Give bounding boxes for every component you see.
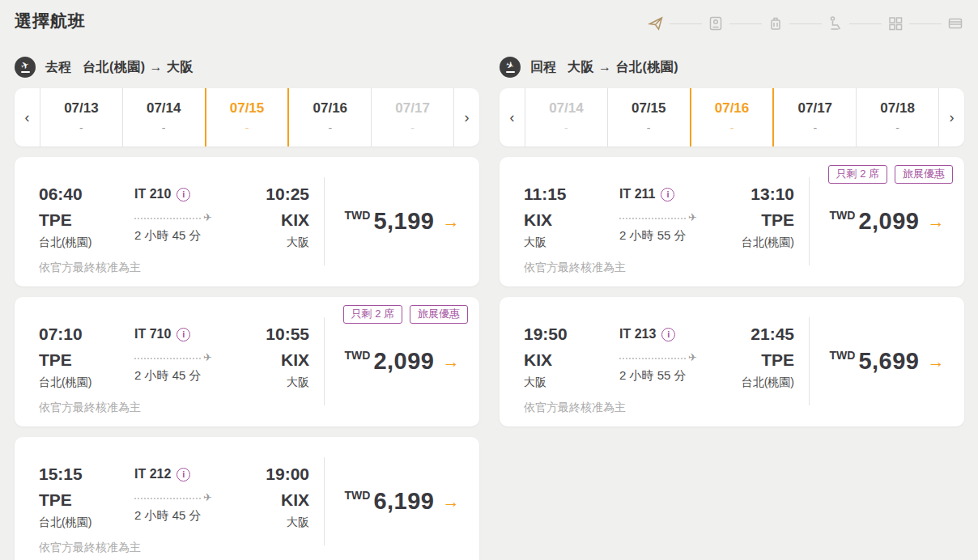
- departure-city: 台北(桃園): [39, 235, 134, 250]
- seats-left-badge: 只剩 2 席: [828, 165, 887, 184]
- price-area[interactable]: TWD 2,099 →: [324, 317, 479, 405]
- date-price: -: [564, 121, 568, 134]
- step-connector: [729, 23, 762, 24]
- flight-card-it710[interactable]: 只剩 2 席 旅展優惠 07:10 TPE 台北(桃園) IT 710 i: [15, 297, 479, 426]
- date-tab-0717[interactable]: 07/17 -: [774, 88, 856, 146]
- inbound-header: ✈ 回程 大阪 → 台北(桃園): [500, 56, 964, 78]
- arrival-time: 19:00: [254, 465, 309, 484]
- takeoff-icon: ✈: [15, 57, 36, 78]
- date-tab-0714[interactable]: 07/14 -: [122, 88, 205, 146]
- approval-note: 依官方最終核准為主: [39, 261, 141, 275]
- price-area[interactable]: TWD 6,199 →: [324, 457, 479, 545]
- step-passenger-info: [707, 15, 725, 32]
- date-price: -: [162, 121, 166, 134]
- prev-dates-button[interactable]: ‹: [15, 88, 40, 146]
- flight-card-it213[interactable]: 19:50 KIX 大阪 IT 213 i ✈ 2 小時 55 分: [500, 297, 964, 426]
- flight-info: 15:15 TPE 台北(桃園) IT 212 i ✈ 2 小時: [15, 437, 324, 560]
- info-icon[interactable]: i: [661, 188, 674, 202]
- arrival-city: 台北(桃園): [739, 235, 794, 250]
- flight-middle-block: IT 213 i ✈ 2 小時 55 分: [619, 325, 739, 426]
- arrival-airport-code: TPE: [739, 210, 794, 230]
- booking-progress-stepper: [647, 15, 964, 32]
- date-tab-0718[interactable]: 07/18 -: [856, 88, 939, 146]
- plane-icon: ✈: [203, 351, 212, 363]
- arrival-city: 大阪: [254, 235, 309, 250]
- arrival-airport-code: KIX: [254, 350, 309, 370]
- arrival-block: 19:00 KIX 大阪: [254, 465, 309, 560]
- date-label: 07/16: [715, 100, 750, 117]
- info-icon[interactable]: i: [176, 188, 190, 202]
- date-price: -: [730, 121, 734, 134]
- arrival-time: 10:25: [254, 185, 309, 204]
- date-label: 07/14: [147, 100, 181, 117]
- inbound-direction-label: 回程: [530, 59, 556, 76]
- flight-selection-page: 選擇航班: [0, 0, 978, 560]
- date-tab-0715-selected[interactable]: 07/15 -: [205, 88, 290, 146]
- inbound-route-text: 大阪 → 台北(桃園): [568, 59, 678, 76]
- outbound-column: ✈ 去程 台北(桃園) → 大阪 ‹ 07/13 - 07/14 - 07/15: [15, 45, 479, 560]
- approval-note: 依官方最終核准為主: [524, 401, 626, 415]
- arrival-block: 21:45 TPE 台北(桃園): [739, 325, 794, 426]
- select-arrow-icon[interactable]: →: [927, 212, 944, 231]
- inbound-column: ✈ 回程 大阪 → 台北(桃園) ‹ 07/14 - 07/15 - 07/16: [500, 45, 964, 560]
- price-area[interactable]: TWD 5,699 →: [809, 317, 964, 405]
- flight-duration: 2 小時 45 分: [134, 228, 254, 244]
- price-amount: 5,199: [373, 208, 434, 235]
- dotted-path: [619, 218, 686, 219]
- date-tab-0716[interactable]: 07/16 -: [289, 88, 371, 146]
- date-label: 07/18: [880, 100, 915, 117]
- date-tab-0713[interactable]: 07/13 -: [40, 88, 122, 146]
- date-label: 07/13: [64, 100, 99, 117]
- select-arrow-icon[interactable]: →: [442, 492, 459, 511]
- price-area[interactable]: TWD 5,199 →: [324, 177, 479, 265]
- luggage-icon: [768, 15, 784, 32]
- flight-card-it212[interactable]: 15:15 TPE 台北(桃園) IT 212 i ✈ 2 小時: [15, 437, 479, 560]
- prev-dates-button[interactable]: ‹: [500, 88, 525, 146]
- next-dates-button[interactable]: ›: [939, 88, 964, 146]
- select-arrow-icon[interactable]: →: [927, 352, 944, 371]
- price-amount: 5,699: [858, 348, 919, 375]
- date-label: 07/17: [395, 100, 430, 117]
- arrival-city: 大阪: [254, 375, 309, 390]
- date-price: -: [647, 121, 651, 134]
- outbound-route-text: 台北(桃園) → 大阪: [83, 59, 193, 76]
- flight-card-it211[interactable]: 只剩 2 席 旅展優惠 11:15 KIX 大阪 IT 211 i: [500, 157, 964, 286]
- arrival-block: 13:10 TPE 台北(桃園): [739, 185, 794, 286]
- outbound-header: ✈ 去程 台北(桃園) → 大阪: [15, 56, 479, 78]
- departure-airport-code: TPE: [39, 350, 134, 370]
- top-bar: 選擇航班: [15, 8, 964, 45]
- info-icon[interactable]: i: [661, 328, 675, 342]
- departure-time: 19:50: [524, 325, 619, 344]
- arrival-block: 10:25 KIX 大阪: [254, 185, 309, 286]
- landing-icon: ✈: [500, 57, 521, 78]
- flight-middle-block: IT 710 i ✈ 2 小時 45 分: [134, 325, 254, 426]
- approval-note: 依官方最終核准為主: [39, 401, 141, 415]
- info-icon[interactable]: i: [176, 468, 190, 482]
- date-tab-0715[interactable]: 07/15 -: [607, 88, 690, 146]
- flight-middle-block: IT 212 i ✈ 2 小時 45 分: [134, 465, 254, 560]
- flight-number: IT 211: [619, 187, 655, 202]
- arrival-time: 10:55: [254, 325, 309, 344]
- next-dates-button[interactable]: ›: [454, 88, 479, 146]
- date-price: -: [245, 121, 249, 134]
- info-icon[interactable]: i: [176, 328, 190, 342]
- route-line: ✈: [619, 351, 697, 363]
- route-line: ✈: [134, 211, 212, 223]
- dotted-path: [619, 358, 686, 359]
- date-tab-0716-selected[interactable]: 07/16 -: [690, 88, 775, 146]
- flight-duration: 2 小時 45 分: [134, 368, 254, 384]
- paper-plane-icon: [648, 15, 664, 32]
- departure-city: 台北(桃園): [39, 515, 134, 530]
- currency-label: TWD: [830, 349, 856, 362]
- step-connector: [670, 23, 702, 24]
- departure-time: 15:15: [39, 465, 134, 484]
- select-arrow-icon[interactable]: →: [442, 212, 459, 231]
- step-seat: [827, 15, 844, 32]
- select-arrow-icon[interactable]: →: [442, 352, 459, 371]
- price-area[interactable]: TWD 2,099 →: [809, 177, 964, 265]
- add-ons-grid-icon: [887, 15, 904, 32]
- flight-card-it210[interactable]: 06:40 TPE 台北(桃園) IT 210 i ✈ 2 小時: [15, 157, 479, 286]
- outbound-direction-label: 去程: [45, 59, 71, 76]
- arrival-time: 13:10: [739, 185, 794, 204]
- flight-info: 06:40 TPE 台北(桃園) IT 210 i ✈ 2 小時: [15, 157, 324, 286]
